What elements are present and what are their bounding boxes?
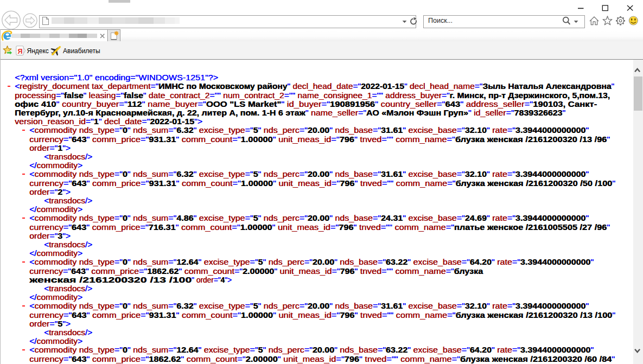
svg-text:Я: Я: [17, 48, 22, 55]
